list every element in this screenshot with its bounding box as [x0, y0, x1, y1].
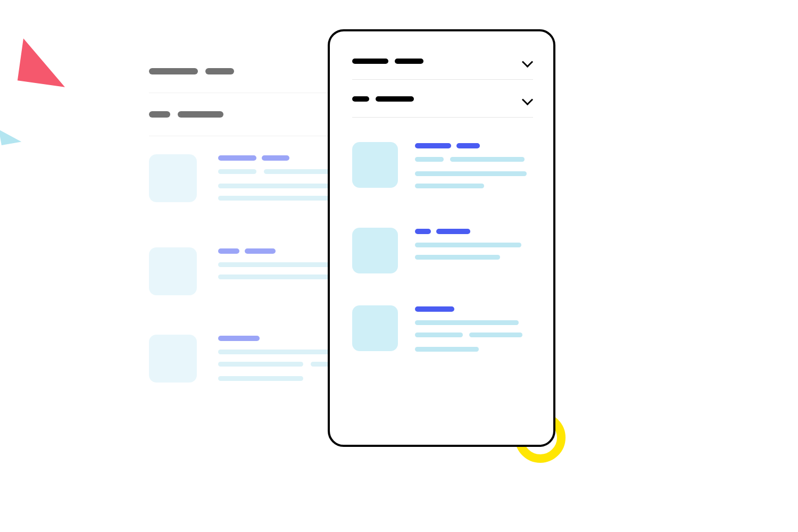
chevron-down-icon	[522, 58, 533, 64]
thumbnail-placeholder	[149, 247, 197, 295]
list-item[interactable]	[352, 142, 533, 196]
decor-triangle-cyan	[0, 126, 21, 145]
thumbnail-placeholder	[352, 305, 398, 351]
dropdown-1[interactable]	[352, 58, 533, 80]
chevron-down-icon	[522, 96, 533, 102]
list-item[interactable]	[352, 228, 533, 273]
thumbnail-placeholder	[352, 228, 398, 273]
decor-triangle-red	[18, 38, 71, 87]
dropdown-2[interactable]	[352, 96, 533, 118]
thumbnail-placeholder	[149, 335, 197, 383]
phone-frame	[328, 29, 555, 447]
list-item[interactable]	[352, 305, 533, 359]
thumbnail-placeholder	[352, 142, 398, 188]
thumbnail-placeholder	[149, 154, 197, 202]
